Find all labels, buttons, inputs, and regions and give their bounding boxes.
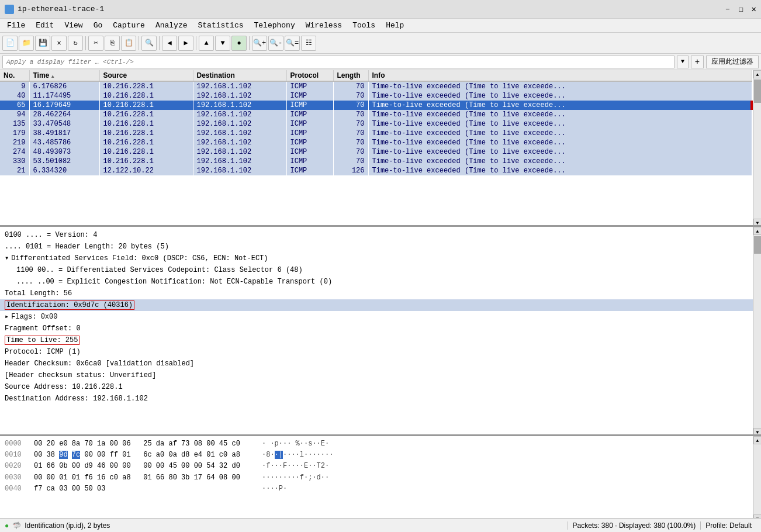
toolbar-zoom-in-btn[interactable]: 🔍+: [252, 36, 267, 51]
menu-help[interactable]: Help: [381, 20, 409, 31]
scrollbar-up-btn[interactable]: ▲: [753, 70, 761, 78]
menu-tools[interactable]: Tools: [348, 20, 380, 31]
detail-line[interactable]: .... 0101 = Header Length: 20 bytes (5): [0, 241, 753, 253]
table-row[interactable]: 330 53.501082 10.216.228.1 192.168.1.102…: [0, 157, 752, 166]
filter-apply-button[interactable]: 应用此过滤器: [706, 56, 759, 68]
toolbar-zoom-reset-btn[interactable]: 🔍=: [285, 36, 300, 51]
filter-input[interactable]: [2, 56, 674, 68]
table-row[interactable]: 219 43.485786 10.216.228.1 192.168.1.102…: [0, 138, 752, 147]
hex-scrollbar[interactable]: ▲ ▼: [753, 436, 761, 523]
detail-line[interactable]: Protocol: ICMP (1): [0, 346, 753, 358]
table-row[interactable]: 65 16.179649 10.216.228.1 192.168.1.102 …: [0, 101, 752, 110]
col-header-info[interactable]: Info: [368, 70, 752, 81]
toolbar-zoom-out-btn[interactable]: 🔍-: [268, 36, 283, 51]
cell-src: 10.216.228.1: [99, 91, 193, 101]
menu-edit[interactable]: Edit: [31, 20, 58, 31]
toolbar-reload-btn[interactable]: ↻: [68, 36, 83, 51]
cell-proto: ICMP: [286, 147, 333, 157]
table-row[interactable]: 21 6.334320 12.122.10.22 192.168.1.102 I…: [0, 166, 752, 175]
detail-text: [Header checksum status: Unverified]: [5, 371, 156, 379]
col-header-source[interactable]: Source: [99, 70, 193, 81]
detail-line[interactable]: Fragment Offset: 0: [0, 323, 753, 334]
menu-view[interactable]: View: [60, 20, 87, 31]
cell-no: 274: [0, 147, 29, 157]
col-header-time[interactable]: Time▲: [29, 70, 99, 81]
expand-icon[interactable]: ▸: [5, 313, 9, 321]
cell-info: Time-to-live exceeded (Time to live exce…: [368, 81, 752, 91]
cell-no: 330: [0, 157, 29, 166]
statusbar-right: Packets: 380 · Displayed: 380 (100.0%) P…: [568, 521, 757, 530]
toolbar-open-btn[interactable]: 📁: [19, 36, 34, 51]
detail-line[interactable]: Header Checksum: 0x6ca0 [validation disa…: [0, 358, 753, 369]
toolbar-save-btn[interactable]: 💾: [35, 36, 50, 51]
table-row[interactable]: 274 48.493073 10.216.228.1 192.168.1.102…: [0, 147, 752, 157]
toolbar-scroll-up-btn[interactable]: ▲: [199, 36, 214, 51]
cell-proto: ICMP: [286, 157, 333, 166]
menu-file[interactable]: File: [2, 20, 30, 31]
table-row[interactable]: 179 38.491817 10.216.228.1 192.168.1.102…: [0, 129, 752, 138]
col-header-protocol[interactable]: Protocol: [286, 70, 333, 81]
cell-src: 10.216.228.1: [99, 138, 193, 147]
detail-line[interactable]: .... ..00 = Explicit Congestion Notifica…: [0, 276, 753, 288]
filter-plus-button[interactable]: +: [691, 56, 704, 68]
table-row[interactable]: 135 33.470548 10.216.228.1 192.168.1.102…: [0, 119, 752, 129]
menu-analyze[interactable]: Analyze: [151, 20, 192, 31]
detail-line[interactable]: Time to Live: 255: [0, 334, 753, 346]
toolbar-fwd-btn[interactable]: ▶: [178, 36, 193, 51]
hex-text: · ·p··· %··s··E·: [262, 438, 329, 450]
cell-info: Time-to-live exceeded (Time to live exce…: [368, 119, 752, 129]
toolbar-cut-btn[interactable]: ✂: [88, 36, 103, 51]
scrollbar-thumb[interactable]: [754, 80, 761, 103]
detail-line[interactable]: Total Length: 56: [0, 288, 753, 299]
detail-line[interactable]: ▾Differentiated Services Field: 0xc0 (DS…: [0, 253, 753, 264]
packet-list-scrollbar[interactable]: ▲ ▼: [753, 70, 761, 227]
app-icon: [5, 5, 14, 14]
scrollbar-down-btn[interactable]: ▼: [753, 219, 761, 227]
maximize-button[interactable]: ☐: [738, 4, 743, 14]
menu-go[interactable]: Go: [89, 20, 108, 31]
toolbar-capture-btn[interactable]: ●: [231, 36, 247, 51]
hex-text: ····P·: [262, 483, 287, 495]
detail-pane: 0100 .... = Version: 4.... 0101 = Header…: [0, 227, 761, 436]
detail-scroll-up[interactable]: ▲: [753, 227, 761, 235]
toolbar-find-btn[interactable]: 🔍: [141, 36, 157, 51]
detail-scrollbar[interactable]: ▲ ▼: [753, 227, 761, 436]
toolbar-copy-btn[interactable]: ⎘: [105, 36, 120, 51]
col-header-destination[interactable]: Destination: [193, 70, 286, 81]
minimize-button[interactable]: –: [725, 4, 730, 14]
toolbar-sep-2: [139, 36, 139, 50]
toolbar-new-btn[interactable]: 📄: [2, 36, 18, 51]
table-row[interactable]: 94 28.462264 10.216.228.1 192.168.1.102 …: [0, 110, 752, 119]
table-row[interactable]: 40 11.174495 10.216.228.1 192.168.1.102 …: [0, 91, 752, 101]
expand-icon[interactable]: ▾: [5, 254, 9, 262]
detail-line[interactable]: Destination Address: 192.168.1.102: [0, 393, 753, 405]
detail-text: Header Checksum: 0x6ca0 [validation disa…: [5, 360, 194, 368]
detail-scroll-down[interactable]: ▼: [753, 428, 761, 436]
col-header-length[interactable]: Length: [333, 70, 368, 81]
detail-text: Differentiated Services Field: 0xc0 (DSC…: [11, 254, 268, 262]
detail-line[interactable]: Source Address: 10.216.228.1: [0, 381, 753, 393]
col-header-no[interactable]: No.: [0, 70, 29, 81]
toolbar-paste-btn[interactable]: 📋: [121, 36, 136, 51]
close-button[interactable]: ✕: [752, 4, 756, 14]
cell-dst: 192.168.1.102: [193, 157, 286, 166]
detail-line[interactable]: 1100 00.. = Differentiated Services Code…: [0, 264, 753, 276]
detail-scrollbar-thumb[interactable]: [754, 236, 761, 254]
cell-proto: ICMP: [286, 101, 333, 110]
menu-wireless[interactable]: Wireless: [301, 20, 347, 31]
detail-line[interactable]: [Header checksum status: Unverified]: [0, 369, 753, 381]
toolbar-back-btn[interactable]: ◀: [162, 36, 177, 51]
toolbar-close-btn[interactable]: ✕: [51, 36, 67, 51]
outlined-text: Time to Live: 255: [5, 336, 79, 345]
menu-capture[interactable]: Capture: [108, 20, 150, 31]
detail-line[interactable]: Identification: 0x9d7c (40316): [0, 299, 753, 311]
menu-telephony[interactable]: Telephony: [250, 20, 300, 31]
toolbar-scroll-down-btn[interactable]: ▼: [215, 36, 230, 51]
table-row[interactable]: 9 6.176826 10.216.228.1 192.168.1.102 IC…: [0, 81, 752, 91]
detail-line[interactable]: ▸Flags: 0x00: [0, 311, 753, 323]
hex-scroll-up[interactable]: ▲: [753, 436, 761, 444]
detail-line[interactable]: 0100 .... = Version: 4: [0, 229, 753, 241]
filter-dropdown-button[interactable]: ▼: [677, 56, 689, 68]
menu-statistics[interactable]: Statistics: [193, 20, 248, 31]
toolbar-layout-btn[interactable]: ☷: [301, 36, 316, 51]
